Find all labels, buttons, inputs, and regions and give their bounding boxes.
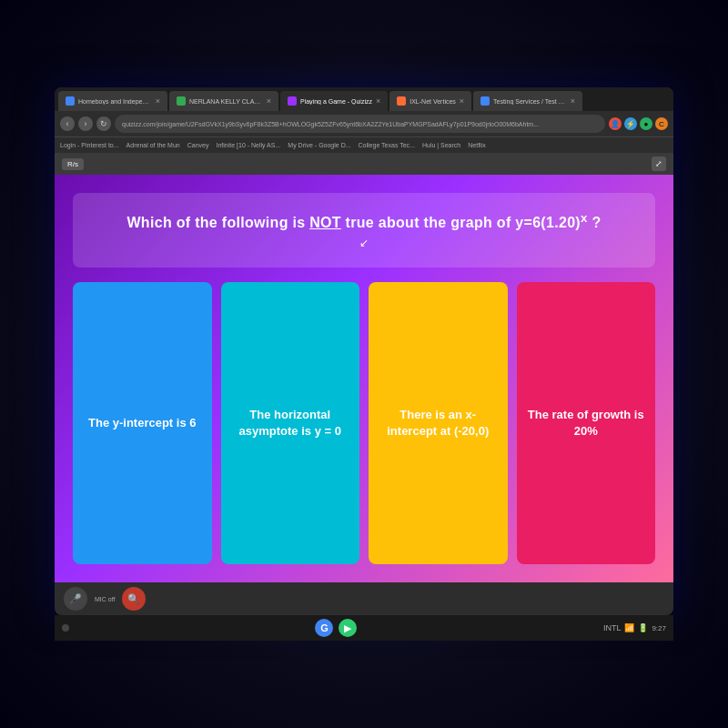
reload-button[interactable]: ↻ <box>96 116 111 131</box>
browser-icons: 👤 ⚡ ● C <box>609 117 668 130</box>
browser-chrome: Homeboys and Independence... × NERLANA K… <box>55 87 673 153</box>
game-content: Which of the following is NOT true about… <box>55 175 673 582</box>
tab-close-icon[interactable]: × <box>571 96 575 106</box>
extension-icon-2[interactable]: ● <box>640 117 652 130</box>
answer-card-c[interactable]: There is an x-intercept at (-20,0) <box>369 282 508 564</box>
tab-label: Playing a Game - Quizizz <box>300 98 372 105</box>
taskbar-left <box>62 624 69 632</box>
mic-icon: 🎤 <box>69 593 82 605</box>
time-display: 9:27 <box>652 624 666 632</box>
address-bar-row: ‹ › ↻ quizizz.com/join/game/U2FsdGVkX1y9… <box>55 111 673 136</box>
bookmarks-bar: Login - Pinterest to... Adrenal of the M… <box>55 136 673 153</box>
extension-icon[interactable]: ⚡ <box>624 117 637 130</box>
tab-close-icon[interactable]: × <box>267 96 271 106</box>
taskbar-play-icon[interactable]: ▶ <box>339 619 357 637</box>
answer-text-d: The rate of growth is 20% <box>526 407 647 440</box>
google-letter: G <box>320 622 329 633</box>
game-toolbar: R/s ⤢ <box>55 153 673 175</box>
bookmark-canvey[interactable]: Canvey <box>187 142 209 148</box>
taskbar: G ▶ INTL 📶 🔋 9:27 <box>55 615 673 641</box>
search-icon: 🔍 <box>127 593 140 605</box>
game-toolbar-button[interactable]: R/s <box>62 158 84 170</box>
back-button[interactable]: ‹ <box>60 116 75 131</box>
mic-button[interactable]: 🎤 <box>64 587 87 611</box>
taskbar-right: INTL 📶 🔋 9:27 <box>603 623 666 632</box>
battery-icon: 🔋 <box>638 623 648 632</box>
answer-text-a: The y-intercept is 6 <box>88 415 196 431</box>
bottom-bar: 🎤 MIC off 🔍 <box>55 582 673 615</box>
mic-label: MIC off <box>95 596 115 602</box>
address-bar[interactable]: quizizz.com/join/game/U2FsdGVkX1y9bSyv6p… <box>115 115 605 133</box>
tab-quizizz[interactable]: Playing a Game - Quizizz × <box>280 91 388 111</box>
tab-label: NERLANA KELLY CLASS 2024... <box>189 98 263 105</box>
tabs-bar: Homeboys and Independence... × NERLANA K… <box>55 87 673 111</box>
answer-card-a[interactable]: The y-intercept is 6 <box>73 282 212 564</box>
tab-favicon <box>397 96 406 106</box>
tab-ixl[interactable]: IXL-Net Vertices × <box>389 91 471 111</box>
taskbar-dot <box>62 624 69 632</box>
answer-text-c: There is an x-intercept at (-20,0) <box>378 407 499 440</box>
tab-nerlana[interactable]: NERLANA KELLY CLASS 2024... × <box>169 91 278 111</box>
bookmark-hulu[interactable]: Hulu | Search <box>422 142 460 148</box>
bookmark-mydrive[interactable]: My Drive - Google D... <box>288 142 350 148</box>
cursor-indicator: ↙ <box>100 237 628 249</box>
intl-label: INTL <box>603 623 622 632</box>
answer-card-d[interactable]: The rate of growth is 20% <box>517 282 656 564</box>
wifi-icon: 📶 <box>624 623 634 632</box>
bookmark-infinite[interactable]: Infinite [10 - Nelly AS... <box>216 142 280 148</box>
question-text: Which of the following is NOT true about… <box>100 211 628 231</box>
tab-favicon <box>288 96 297 106</box>
tab-close-icon[interactable]: × <box>156 96 160 106</box>
tab-label: Testing Services / Test Center Cl... <box>493 98 567 105</box>
fullscreen-button[interactable]: ⤢ <box>652 157 666 171</box>
tab-favicon <box>66 96 75 106</box>
profile-icon[interactable]: 👤 <box>609 117 622 130</box>
answers-grid: The y-intercept is 6 The horizontal asym… <box>73 282 655 564</box>
forward-button[interactable]: › <box>78 116 93 131</box>
play-icon: ▶ <box>344 622 351 634</box>
tab-label: Homeboys and Independence... <box>78 98 152 105</box>
bookmark-college[interactable]: College Texas Tec... <box>359 142 415 148</box>
bookmark-netflix[interactable]: Netflix <box>468 142 485 148</box>
tab-label: IXL-Net Vertices <box>410 98 456 105</box>
tab-close-icon[interactable]: × <box>460 96 464 106</box>
bookmark-adrenal[interactable]: Adrenal of the Mun <box>126 142 180 148</box>
tab-favicon <box>177 96 186 106</box>
monitor-container: Homeboys and Independence... × NERLANA K… <box>55 87 673 615</box>
tab-favicon <box>480 96 490 106</box>
taskbar-center: G ▶ <box>315 619 357 637</box>
extension-icon-3[interactable]: C <box>655 117 668 130</box>
tab-homeboys[interactable]: Homeboys and Independence... × <box>58 91 167 111</box>
url-text: quizizz.com/join/game/U2FsdGVkX1y9bSyv6p… <box>122 121 539 127</box>
search-button[interactable]: 🔍 <box>122 587 146 611</box>
tab-close-icon[interactable]: × <box>376 96 380 106</box>
answer-card-b[interactable]: The horizontal asymptote is y = 0 <box>221 282 360 564</box>
question-area: Which of the following is NOT true about… <box>73 193 655 268</box>
google-icon[interactable]: G <box>315 619 333 637</box>
bookmark-login[interactable]: Login - Pinterest to... <box>60 142 119 148</box>
tab-testing[interactable]: Testing Services / Test Center Cl... × <box>473 91 582 111</box>
answer-text-b: The horizontal asymptote is y = 0 <box>230 407 351 440</box>
